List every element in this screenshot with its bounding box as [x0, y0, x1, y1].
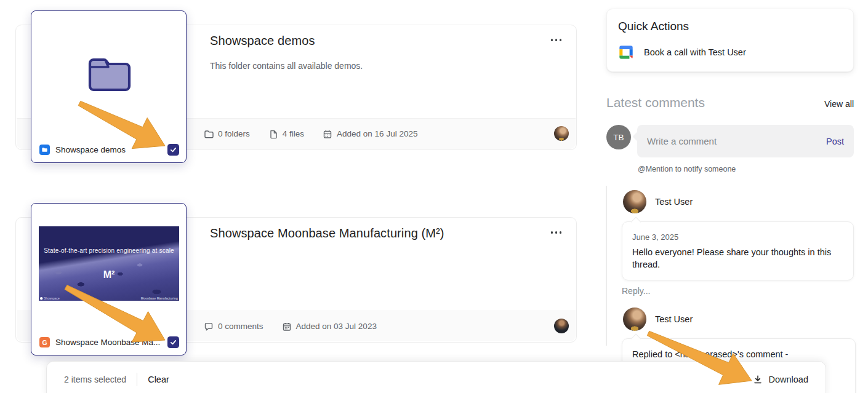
- slide-preview: State-of-the-art precision engineering a…: [39, 226, 179, 301]
- post-button[interactable]: Post: [826, 137, 844, 146]
- current-user-avatar: TB: [606, 125, 631, 149]
- mention-hint: @Mention to notify someone: [638, 165, 736, 173]
- reply-link[interactable]: Reply...: [622, 286, 650, 296]
- quick-actions-card: Quick Actions Book a call with Test User: [606, 9, 854, 72]
- view-all-link[interactable]: View all: [824, 99, 854, 109]
- owner-avatar: [554, 319, 569, 333]
- latest-comments-title: Latest comments: [606, 95, 705, 110]
- item-checkbox-checked[interactable]: [167, 144, 179, 156]
- google-slides-app-icon: G: [39, 337, 50, 347]
- large-folder-icon: [86, 54, 134, 93]
- thread-line: [606, 186, 607, 346]
- thumbnail-card-moonbase-deck[interactable]: State-of-the-art precision engineering a…: [31, 203, 187, 355]
- item-title: Showspace Moonbase Manufacturing (M²): [210, 226, 444, 240]
- folder-app-icon: [39, 145, 50, 155]
- divider: [137, 373, 137, 386]
- comments-count: 0 comments: [204, 322, 263, 331]
- comment-body: Hello everyone! Please share your though…: [632, 246, 843, 271]
- selection-bar: 2 items selected Clear Download: [46, 361, 826, 393]
- item-checkbox-checked[interactable]: [167, 336, 179, 348]
- comment-composer[interactable]: Write a comment Post: [637, 125, 854, 157]
- comment-date: June 3, 2025: [632, 232, 843, 242]
- calendar-icon: [282, 322, 292, 331]
- owner-avatar: [554, 126, 569, 141]
- folders-count: 0 folders: [204, 129, 250, 139]
- folder-icon: [204, 129, 214, 139]
- download-button[interactable]: Download: [752, 374, 809, 385]
- slide-logo: Showspace: [40, 296, 60, 300]
- thumbnail-label: Showspace Moonbase Ma...: [55, 338, 162, 347]
- google-calendar-icon: [618, 44, 634, 60]
- added-date: Added on 16 Jul 2025: [323, 129, 417, 139]
- added-date: Added on 03 Jul 2023: [282, 322, 377, 331]
- item-title: Showspace demos: [210, 34, 315, 48]
- comment-header: Test User: [623, 190, 693, 213]
- more-options-icon[interactable]: [549, 229, 565, 236]
- selection-count: 2 items selected: [64, 375, 126, 384]
- thumbnail-label: Showspace demos: [55, 145, 162, 154]
- commenter-avatar: [623, 308, 646, 331]
- comment-body: Replied to <name erased>'s comment -: [632, 348, 845, 360]
- download-icon: [752, 374, 763, 385]
- file-icon: [268, 129, 278, 139]
- comment-icon: [204, 322, 214, 331]
- comment-header: Test User: [623, 308, 693, 331]
- calendar-icon: [323, 129, 332, 139]
- commenter-avatar: [623, 190, 646, 213]
- clear-selection-button[interactable]: Clear: [148, 375, 169, 384]
- comment-input[interactable]: Write a comment: [647, 136, 826, 146]
- book-call-action[interactable]: Book a call with Test User: [618, 44, 746, 60]
- comment-bubble: June 3, 2025 Hello everyone! Please shar…: [622, 221, 854, 280]
- thumbnail-card-showspace-demos[interactable]: Showspace demos: [31, 10, 187, 163]
- item-description: This folder contains all available demos…: [210, 61, 363, 71]
- files-count: 4 files: [268, 129, 304, 139]
- quick-actions-title: Quick Actions: [618, 20, 689, 33]
- more-options-icon[interactable]: [549, 36, 565, 44]
